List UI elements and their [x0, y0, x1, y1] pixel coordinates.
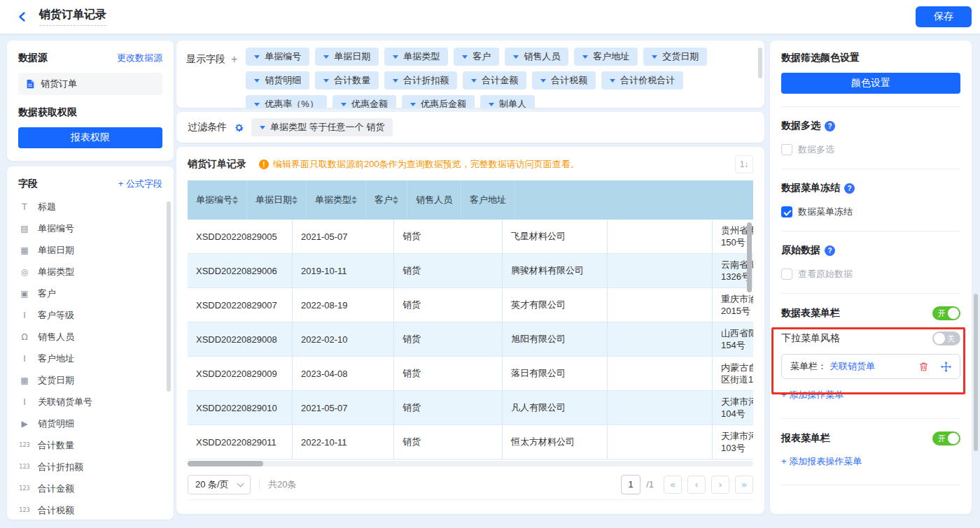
display-field-chip[interactable]: 客户地址 [574, 48, 638, 66]
last-page-icon[interactable]: » [735, 476, 753, 494]
page-size-select[interactable]: 20 条/页 [188, 475, 251, 494]
window-scrollbar[interactable] [974, 294, 978, 451]
display-field-chip[interactable]: 合计数量 [315, 71, 379, 90]
add-display-field-button[interactable]: + [231, 54, 237, 65]
field-item[interactable]: ▶ 销货明细 [18, 413, 162, 434]
field-label: 单据编号 [38, 222, 74, 235]
multi-select-checkbox-row[interactable]: 数据多选 [781, 143, 960, 156]
display-field-chip[interactable]: 合计税额 [532, 71, 596, 90]
first-page-icon[interactable]: « [664, 476, 682, 494]
menu-freeze-checkbox-row[interactable]: 数据菜单冻结 [781, 206, 960, 218]
chip-label: 客户 [472, 50, 491, 63]
table-horizontal-scrollbar[interactable] [188, 461, 263, 466]
field-item[interactable]: 123 合计金额 [18, 478, 162, 499]
gear-icon[interactable] [234, 122, 244, 133]
field-item[interactable]: 123 合计折扣额 [18, 456, 162, 478]
sort-arrows-icon[interactable] [232, 196, 238, 204]
table-row[interactable]: XSDD20220829005 2021-05-07 销货 飞星材料公司 贵州省… [188, 220, 753, 254]
add-action-menu-link[interactable]: + 添加操作菜单 [781, 389, 960, 401]
field-item[interactable]: I 客户地址 [18, 348, 162, 369]
field-item[interactable]: ▦ 单据日期 [18, 239, 162, 261]
menu-item-link[interactable]: 关联销货单 [830, 360, 875, 373]
table-header-cell[interactable]: 销售人员 [407, 180, 461, 220]
field-item[interactable]: 123 合计数量 [18, 434, 162, 456]
table-row[interactable]: XSDD20220829006 2019-10-11 销货 腾骏材料有限公司 云… [188, 254, 753, 288]
change-datasource-link[interactable]: 更改数据源 [117, 52, 162, 64]
table-row[interactable]: XSDD20220829011 2022-10-11 销货 恒太方材料公司 天津… [188, 425, 753, 459]
field-item[interactable]: ▣ 客户 [18, 283, 162, 304]
filter-condition-chip[interactable]: 单据类型 等于任意一个 销货 [251, 118, 393, 136]
chevron-down-icon [254, 55, 260, 59]
cell-customer: 旭阳有限公司 [503, 322, 608, 356]
multi-select-checkbox[interactable] [781, 144, 792, 155]
filter-card: 过滤条件 单据类型 等于任意一个 销货 [176, 112, 764, 143]
table-menubar-toggle[interactable]: 开 [932, 306, 960, 320]
table-header-cell[interactable]: 客户地址 [461, 180, 515, 220]
display-field-chip[interactable]: 客户 [454, 48, 499, 66]
table-row[interactable]: XSDD20220829009 2023-04-08 销货 落日有限公司 内蒙古… [188, 357, 753, 391]
table-row[interactable]: XSDD20220829010 2021-05-07 销货 凡人有限公司 天津市… [188, 391, 753, 425]
field-item[interactable]: T 标题 [18, 196, 162, 217]
field-item[interactable]: ▤ 单据编号 [18, 217, 162, 239]
display-field-chip[interactable]: 单据编号 [246, 48, 309, 66]
fields-scrollbar[interactable] [167, 201, 171, 392]
table-row[interactable]: XSDD20220829007 2022-08-19 销货 英才有限公司 重庆市… [188, 288, 753, 322]
delete-icon[interactable] [918, 361, 929, 372]
color-settings-button[interactable]: 颜色设置 [781, 73, 960, 94]
display-field-chip[interactable]: 优惠率（%） [246, 95, 327, 108]
sort-order-icon[interactable]: 1↓ [735, 155, 753, 173]
table-header-cell[interactable]: 单据类型 [307, 180, 366, 220]
table-header-cell[interactable]: 单据编号 [188, 180, 247, 220]
help-icon[interactable]: ? [825, 245, 835, 256]
next-page-icon[interactable]: › [711, 476, 729, 494]
display-fields-scrollbar[interactable] [758, 48, 762, 78]
display-field-chip[interactable]: 单据类型 [384, 48, 448, 66]
sort-arrows-icon[interactable] [351, 196, 357, 204]
field-item[interactable]: I 关联销货单号 [18, 391, 162, 413]
table-header-cell[interactable]: 单据日期 [247, 180, 307, 220]
chevron-down-icon [652, 55, 657, 59]
pagination-nav: « ‹ › » [664, 476, 753, 494]
sort-arrows-icon[interactable] [292, 196, 298, 204]
help-icon[interactable]: ? [825, 121, 835, 131]
display-field-chip[interactable]: 制单人 [480, 95, 535, 108]
prev-page-icon[interactable]: ‹ [687, 476, 706, 494]
raw-data-checkbox[interactable] [781, 269, 792, 280]
display-field-chip[interactable]: 合计金额 [463, 71, 526, 90]
display-field-chip[interactable]: 优惠金额 [332, 95, 396, 108]
chevron-down-icon [471, 79, 477, 83]
add-report-action-menu-link[interactable]: + 添加报表操作菜单 [781, 455, 960, 468]
table-row[interactable]: XSDD20220829008 2022-02-10 销货 旭阳有限公司 山西省… [188, 322, 753, 357]
menu-freeze-checkbox[interactable] [781, 206, 792, 217]
chevron-down-icon [260, 126, 265, 129]
report-menubar-title: 报表菜单栏 [781, 432, 830, 445]
page-number-input[interactable]: 1 [621, 475, 640, 494]
display-field-chip[interactable]: 优惠后金额 [402, 95, 475, 108]
display-field-chip[interactable]: 单据日期 [315, 48, 379, 66]
raw-data-checkbox-row[interactable]: 查看原始数据 [781, 268, 960, 280]
sort-arrows-icon[interactable] [393, 196, 398, 204]
display-field-chip[interactable]: 合计价税合计 [601, 71, 683, 90]
display-field-chips: 单据编号 单据日期 单据类型 客户 销售人员 [246, 48, 755, 101]
add-formula-field-link[interactable]: + 公式字段 [118, 178, 162, 190]
datasource-item[interactable]: 销货订单 [18, 73, 162, 95]
display-field-chip[interactable]: 销售人员 [505, 48, 568, 66]
report-menubar-toggle[interactable]: 开 [932, 431, 960, 445]
table-vertical-scrollbar[interactable] [747, 222, 752, 292]
field-item[interactable]: 123 合计税额 [18, 499, 162, 520]
field-item[interactable]: ▦ 交货日期 [18, 369, 162, 391]
report-permission-button[interactable]: 报表权限 [18, 127, 162, 148]
field-item[interactable]: ◎ 单据类型 [18, 261, 162, 283]
move-icon[interactable] [940, 361, 951, 372]
dropdown-style-toggle[interactable]: 关 [932, 331, 960, 345]
back-button[interactable] [15, 10, 29, 24]
display-field-chip[interactable]: 销货明细 [246, 71, 309, 90]
help-icon[interactable]: ? [844, 183, 855, 194]
chip-label: 制单人 [499, 98, 526, 108]
field-item[interactable]: Ω 销售人员 [18, 326, 162, 348]
display-field-chip[interactable]: 交货日期 [643, 48, 707, 66]
display-field-chip[interactable]: 合计折扣额 [384, 71, 457, 90]
save-button[interactable]: 保存 [916, 6, 972, 27]
field-item[interactable]: I 客户等级 [18, 304, 162, 326]
table-header-cell[interactable]: 客户 [366, 180, 407, 220]
